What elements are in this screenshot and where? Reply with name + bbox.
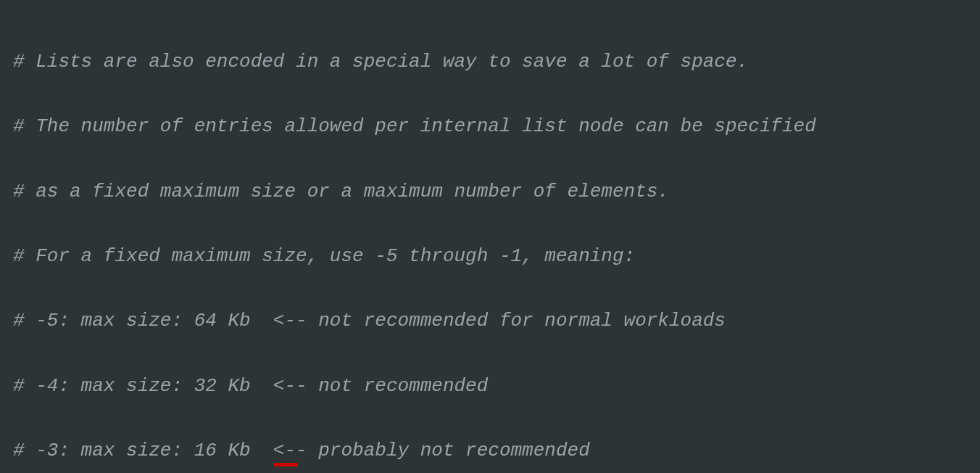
comment-line: # The number of entries allowed per inte… [13, 110, 980, 143]
comment-line: # -3: max size: 16 Kb <-- probably not r… [13, 435, 980, 467]
comment-line: # -4: max size: 32 Kb <-- not recommende… [13, 370, 980, 403]
comment-line: # Lists are also encoded in a special wa… [13, 46, 980, 78]
code-editor[interactable]: # Lists are also encoded in a special wa… [0, 0, 980, 473]
comment-line: # as a fixed maximum size or a maximum n… [13, 176, 980, 208]
comment-line: # -5: max size: 64 Kb <-- not recommende… [13, 305, 980, 337]
red-underline [274, 463, 298, 466]
comment-line: # For a fixed maximum size, use -5 throu… [13, 240, 980, 273]
